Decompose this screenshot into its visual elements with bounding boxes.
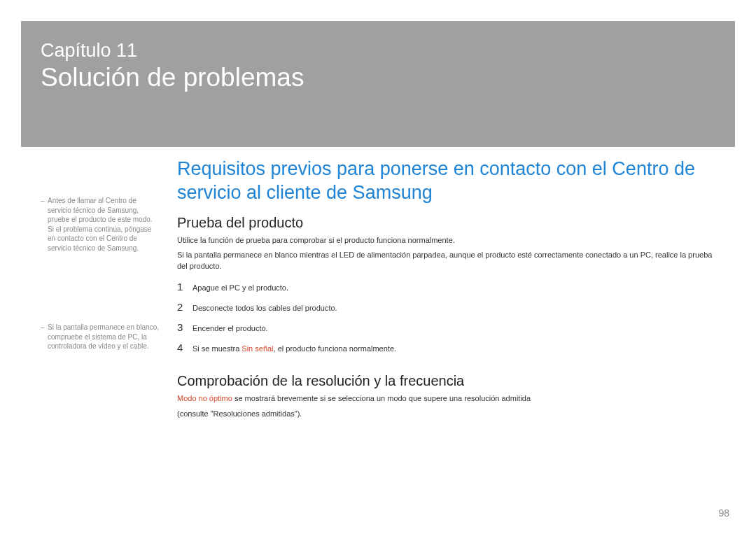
step-text: Apague el PC y el producto. bbox=[192, 283, 288, 292]
main-column: Requisitos previos para ponerse en conta… bbox=[177, 157, 715, 420]
chapter-title: Solución de problemas bbox=[41, 63, 715, 92]
dash-icon: – bbox=[41, 323, 48, 351]
section-heading-primary: Requisitos previos para ponerse en conta… bbox=[177, 157, 715, 205]
page-root: Capítulo 11 Solución de problemas – Ante… bbox=[0, 0, 756, 534]
highlight-red: Modo no óptimo bbox=[177, 394, 232, 402]
step-number: 2 bbox=[177, 301, 192, 313]
step-number: 4 bbox=[177, 342, 192, 353]
step-text: Encender el producto. bbox=[192, 324, 268, 332]
page-number: 98 bbox=[718, 507, 729, 519]
step-item: 3 Encender el producto. bbox=[177, 321, 715, 333]
chapter-header: Capítulo 11 Solución de problemas bbox=[21, 21, 735, 147]
paragraph-rest: se mostrará brevemente si se selecciona … bbox=[232, 394, 531, 402]
content-area: – Antes de llamar al Centro de servicio … bbox=[21, 157, 735, 513]
step-number: 1 bbox=[177, 281, 192, 293]
paragraph: (consulte "Resoluciones admitidas"). bbox=[177, 409, 715, 420]
step-text: Desconecte todos los cables del producto… bbox=[192, 304, 337, 312]
paragraph: Utilice la función de prueba para compro… bbox=[177, 235, 715, 246]
side-note-text: Si la pantalla permanece en blanco, comp… bbox=[48, 323, 160, 351]
ordered-steps: 1 Apague el PC y el producto. 2 Desconec… bbox=[177, 281, 715, 353]
chapter-label: Capítulo 11 bbox=[41, 41, 715, 62]
step-text-suffix: , el producto funciona normalmente. bbox=[274, 344, 397, 353]
step-text: Si se muestra Sin señal, el producto fun… bbox=[192, 344, 396, 353]
side-notes: – Antes de llamar al Centro de servicio … bbox=[41, 196, 160, 421]
side-note-text: Antes de llamar al Centro de servicio té… bbox=[48, 196, 160, 253]
side-note: – Antes de llamar al Centro de servicio … bbox=[41, 196, 160, 253]
step-item: 4 Si se muestra Sin señal, el producto f… bbox=[177, 342, 715, 353]
subsection-heading: Prueba del producto bbox=[177, 215, 715, 231]
paragraph: Modo no óptimo se mostrará brevemente si… bbox=[177, 393, 715, 405]
paragraph: Si la pantalla permanece en blanco mient… bbox=[177, 250, 715, 272]
step-text-prefix: Si se muestra bbox=[192, 344, 241, 353]
step-item: 1 Apague el PC y el producto. bbox=[177, 281, 715, 293]
step-number: 3 bbox=[177, 321, 192, 333]
side-note: – Si la pantalla permanece en blanco, co… bbox=[41, 323, 160, 351]
step-item: 2 Desconecte todos los cables del produc… bbox=[177, 301, 715, 313]
dash-icon: – bbox=[41, 196, 48, 253]
highlight-red: Sin señal bbox=[241, 344, 273, 353]
subsection-heading: Comprobación de la resolución y la frecu… bbox=[177, 373, 715, 389]
